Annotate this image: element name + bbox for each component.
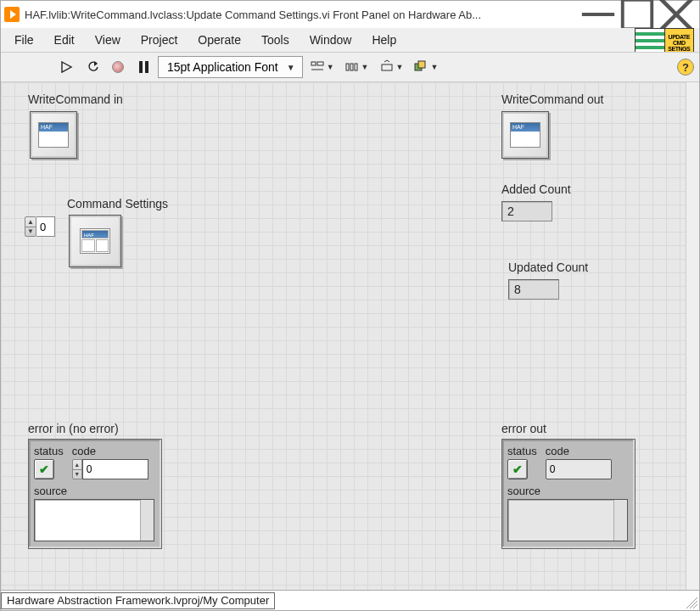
updated-count-label: Updated Count (508, 261, 588, 274)
error-out-source-label: source (507, 485, 630, 497)
added-count-label: Added Count (501, 182, 571, 196)
maximize-button[interactable] (618, 1, 657, 28)
command-settings-index[interactable]: ▲▼ (25, 216, 55, 237)
error-out-source (507, 499, 628, 541)
window-controls (579, 1, 696, 28)
app-icon (4, 7, 20, 22)
reorder-menu[interactable]: ▼ (410, 56, 441, 78)
command-settings-control[interactable]: HAF (69, 215, 121, 267)
svg-rect-7 (346, 64, 349, 70)
error-in-code-value[interactable] (82, 459, 148, 479)
resize-menu[interactable]: ▼ (376, 56, 407, 78)
error-in-source-label: source (34, 485, 156, 497)
font-selector[interactable]: 15pt Application Font ▼ (158, 56, 303, 78)
error-in-cluster[interactable]: status ✔ code ▲▼ source (28, 439, 162, 549)
error-in-status[interactable]: ✔ (34, 459, 54, 479)
error-in-code-label: code (72, 445, 148, 457)
run-button[interactable] (56, 56, 78, 78)
added-count-indicator: 2 (501, 201, 552, 221)
window-root: HAF.lvlib:WriteCommand.lvclass:Update Co… (0, 0, 700, 611)
command-settings-index-value[interactable] (36, 216, 55, 237)
error-out-label: error out (501, 422, 546, 435)
menu-tools[interactable]: Tools (253, 31, 298, 48)
vertical-scrollbar[interactable] (686, 82, 699, 590)
help-button[interactable]: ? (677, 59, 694, 76)
error-out-code-label: code (546, 445, 612, 457)
window-title: HAF.lvlib:WriteCommand.lvclass:Update Co… (25, 8, 579, 21)
writecommand-in-control[interactable]: HAF (30, 111, 77, 159)
abort-button[interactable] (107, 56, 129, 78)
distribute-menu[interactable]: ▼ (341, 56, 372, 78)
pause-button[interactable] (132, 56, 154, 78)
minimize-button[interactable] (579, 1, 618, 28)
error-out-code-value (546, 459, 612, 479)
svg-rect-10 (382, 64, 392, 70)
run-continuous-button[interactable] (81, 56, 104, 78)
svg-rect-1 (623, 0, 652, 29)
status-bar-text: Hardware Abstraction Framework.lvproj/My… (1, 592, 275, 609)
menu-file[interactable]: File (6, 31, 42, 48)
svg-rect-9 (355, 64, 357, 70)
title-bar: HAF.lvlib:WriteCommand.lvclass:Update Co… (1, 1, 699, 28)
error-in-status-label: status (34, 445, 64, 457)
error-out-status: ✔ (507, 459, 528, 479)
menu-help[interactable]: Help (363, 31, 405, 48)
error-in-label: error in (no error) (28, 422, 119, 435)
menu-project[interactable]: Project (132, 31, 187, 48)
menu-window[interactable]: Window (301, 31, 361, 48)
close-button[interactable] (657, 1, 696, 28)
menu-operate[interactable]: Operate (189, 31, 249, 48)
resize-grip[interactable] (686, 597, 697, 608)
svg-rect-4 (311, 62, 316, 65)
command-settings-label: Command Settings (67, 197, 168, 210)
front-panel[interactable]: WriteCommand in HAF Command Settings ▲▼ … (1, 82, 699, 590)
error-in-source[interactable] (34, 499, 154, 541)
menu-bar: File Edit View Project Operate Tools Win… (1, 28, 699, 52)
align-menu[interactable]: ▼ (306, 56, 338, 78)
writecommand-out-label: WriteCommand out (501, 92, 603, 106)
error-out-status-label: status (507, 445, 537, 457)
toolbar: 15pt Application Font ▼ ▼ ▼ ▼ ▼ ? (1, 52, 699, 82)
error-out-cluster: status ✔ code source (501, 439, 636, 549)
font-selector-label: 15pt Application Font (167, 60, 278, 74)
svg-rect-8 (350, 64, 353, 70)
menu-edit[interactable]: Edit (46, 31, 83, 48)
chevron-down-icon: ▼ (287, 63, 295, 72)
svg-rect-12 (418, 61, 425, 68)
menu-view[interactable]: View (87, 31, 129, 48)
error-in-code-spinner[interactable]: ▲▼ (72, 459, 82, 479)
writecommand-in-label: WriteCommand in (28, 92, 123, 106)
status-bar: Hardware Abstraction Framework.lvproj/My… (1, 590, 699, 610)
updated-count-indicator: 8 (508, 279, 559, 300)
writecommand-out-indicator[interactable]: HAF (501, 111, 549, 159)
svg-rect-5 (317, 62, 323, 65)
